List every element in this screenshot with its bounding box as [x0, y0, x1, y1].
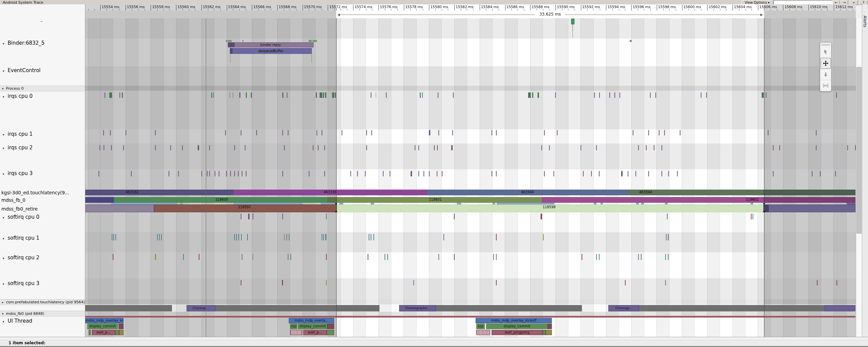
irqs-cpu-2-event[interactable] [434, 145, 435, 150]
fit-horizontal-tool-button[interactable] [820, 80, 831, 91]
overlay-kickoff-slice[interactable]: mdss_mdp_overlay_kickoff [476, 318, 552, 323]
softirq-cpu-1-event[interactable] [323, 234, 324, 240]
top-marker-slice[interactable] [571, 19, 574, 24]
sidebar-track-irqs-cpu-3[interactable]: ▾irqs cpu 3 [0, 170, 85, 177]
irqs-cpu-3-event[interactable] [234, 171, 235, 176]
sidebar-track-softirq-cpu-0[interactable]: ▾softirq cpu 0 [0, 214, 85, 220]
softirq-cpu-3-event[interactable] [817, 280, 818, 285]
mdss-fb0-slices-slice[interactable] [542, 197, 763, 203]
irqs-cpu-3-event[interactable] [309, 171, 309, 176]
softirq-cpu-1-event[interactable] [247, 234, 248, 240]
retire-slices-slice[interactable] [85, 204, 154, 212]
sidebar-track-softirq-cpu-3[interactable]: ▾softirq cpu 3 [0, 280, 85, 287]
irqs-cpu-2-event[interactable] [418, 145, 419, 150]
irqs-cpu-0-event[interactable] [376, 92, 376, 98]
display-commit-slice[interactable]: display_commit [486, 324, 548, 329]
irqs-cpu-0-event[interactable] [320, 92, 322, 98]
display-commit-slice[interactable] [327, 324, 334, 329]
softirq-cpu-2-event[interactable] [493, 254, 494, 260]
irqs-cpu-3-event[interactable] [554, 171, 554, 176]
choreographer-slice[interactable]: Choreogr... [608, 305, 639, 311]
wait-pingpong-slice[interactable]: wait_p... [303, 330, 327, 335]
irqs-cpu-0-event[interactable] [386, 92, 387, 98]
softirq-cpu-3-event[interactable] [241, 280, 241, 285]
irqs-cpu-2-event[interactable] [415, 145, 415, 150]
irqs-cpu-2-event[interactable] [638, 145, 639, 150]
irqs-cpu-3-event[interactable] [99, 171, 99, 176]
choreographer-busy-slice[interactable] [215, 305, 379, 311]
irqs-cpu-0-event[interactable] [706, 92, 707, 98]
softirq-cpu-1-event[interactable] [443, 234, 444, 240]
expanded-triangle-icon[interactable]: ▾ [0, 95, 4, 99]
irqs-cpu-1-event[interactable] [659, 130, 659, 135]
irqs-cpu-0-event[interactable] [762, 92, 764, 98]
irqs-cpu-0-event[interactable] [836, 92, 837, 98]
softirq-cpu-1-event[interactable] [289, 234, 289, 240]
softirq-cpu-2-event[interactable] [668, 254, 669, 260]
irqs-cpu-1-event[interactable] [633, 130, 633, 135]
softirq-cpu-1-event[interactable] [241, 234, 242, 240]
irqs-cpu-1-event[interactable] [680, 130, 680, 135]
irqs-cpu-3-event[interactable] [390, 171, 390, 176]
irqs-cpu-0-event[interactable] [105, 92, 105, 98]
sidebar-track-[interactable]: _ [0, 16, 85, 23]
binder-marker-strip-event[interactable] [226, 40, 227, 42]
softirq-cpu-0-event[interactable] [253, 214, 253, 219]
irqs-cpu-2-event[interactable] [155, 145, 156, 150]
wait-pingpong-slice[interactable] [543, 330, 546, 335]
wait-pingpong-slice[interactable]: wait_p... [92, 330, 115, 335]
sidebar-track-irqs-cpu-2[interactable]: ▾irqs cpu 2 [0, 144, 85, 151]
sidebar-track-com-prefabulated-touchlatency-pid-9564[interactable]: ▸com.prefabulated.touchlatency (pid 9564… [0, 299, 85, 305]
binder-marker-strip-event[interactable] [228, 40, 232, 42]
irqs-cpu-0-event[interactable] [438, 92, 438, 98]
softirq-cpu-2-event[interactable] [253, 254, 253, 260]
irqs-cpu-3-event[interactable] [621, 171, 623, 176]
irqs-cpu-2-event[interactable] [654, 145, 654, 150]
irqs-cpu-2-event[interactable] [366, 145, 367, 150]
expanded-triangle-icon[interactable]: ▾ [0, 87, 4, 90]
sidebar-track-mdss-fb0-retire[interactable]: mdss_fb0_retire [0, 206, 85, 212]
softirq-cpu-1-event[interactable] [234, 234, 235, 240]
irqs-cpu-3-event[interactable] [246, 171, 246, 176]
irqs-cpu-3-event[interactable] [496, 171, 497, 176]
choreographer-busy-slice[interactable] [85, 305, 172, 311]
sidebar-track-mdss-fb-0[interactable]: mdss_fb_0 [0, 197, 85, 203]
irqs-cpu-3-event[interactable] [668, 171, 669, 176]
irqs-cpu-3-event[interactable] [661, 171, 662, 176]
softirq-cpu-1-event[interactable] [322, 234, 322, 240]
irqs-cpu-1-event[interactable] [429, 130, 430, 135]
irqs-cpu-0-event[interactable] [316, 92, 317, 98]
expanded-triangle-icon[interactable]: ▾ [0, 133, 4, 136]
expanded-triangle-icon[interactable]: ▾ [0, 172, 4, 176]
retire-slices-slice[interactable] [768, 204, 855, 212]
irqs-cpu-1-event[interactable] [768, 130, 768, 135]
irqs-cpu-1-event[interactable] [110, 130, 111, 135]
softirq-cpu-2-event[interactable] [242, 254, 242, 260]
irqs-cpu-3-event[interactable] [773, 171, 774, 176]
softirq-cpu-1-event[interactable] [325, 234, 326, 240]
irqs-cpu-3-event[interactable] [437, 171, 437, 176]
expanded-triangle-icon[interactable]: ▾ [0, 312, 4, 316]
irqs-cpu-3-event[interactable] [282, 171, 283, 176]
display-commit-slice[interactable] [548, 324, 552, 329]
irqs-cpu-2-event[interactable] [209, 145, 210, 150]
softirq-cpu-1-event[interactable] [238, 234, 239, 240]
irqs-cpu-1-event[interactable] [496, 130, 497, 135]
softirq-cpu-0-event[interactable] [241, 214, 241, 219]
display-commit-slice[interactable]: ssp [290, 324, 297, 329]
irqs-cpu-1-event[interactable] [452, 130, 453, 135]
irqs-cpu-1-event[interactable] [366, 130, 367, 135]
softirq-cpu-3-event[interactable] [837, 280, 837, 285]
irqs-cpu-0-event[interactable] [335, 92, 336, 98]
irqs-cpu-2-event[interactable] [581, 145, 581, 150]
irqs-cpu-3-event[interactable] [424, 171, 424, 176]
irqs-cpu-0-event[interactable] [701, 92, 701, 98]
irqs-cpu-2-event[interactable] [198, 145, 199, 150]
sidebar-track-irqs-cpu-1[interactable]: ▾irqs cpu 1 [0, 131, 85, 137]
irqs-cpu-3-event[interactable] [648, 171, 649, 176]
softirq-cpu-2-event[interactable] [596, 254, 597, 260]
wait-pingpong-slice[interactable] [115, 330, 119, 335]
wait-pingpong-slice[interactable] [546, 330, 552, 335]
irqs-cpu-0-event[interactable] [594, 92, 595, 98]
sidebar-track-process-0[interactable]: ▾Process 0 [0, 86, 85, 91]
